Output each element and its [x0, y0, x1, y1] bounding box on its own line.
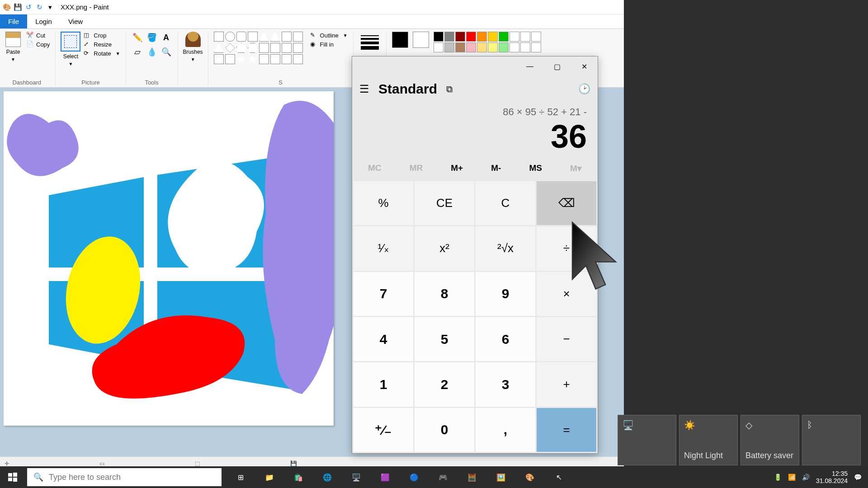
fill-tool-icon[interactable]: 🪣	[146, 32, 158, 43]
key-c[interactable]: C	[476, 181, 535, 225]
key-5[interactable]: 5	[415, 317, 474, 361]
taskbar-clock[interactable]: 12:35 31.08.2024	[816, 470, 848, 484]
tile-nightlight[interactable]: ☀️Night Light	[679, 415, 738, 465]
edge-icon[interactable]: 🌐	[313, 466, 342, 488]
outline-label: Outline	[320, 32, 339, 39]
magnifier-tool-icon[interactable]: 🔍	[160, 46, 172, 58]
cut-button[interactable]: ✂️Cut	[26, 32, 50, 39]
photos-icon[interactable]: 🖼️	[486, 466, 515, 488]
tile-battery-saver[interactable]: ◇Battery saver	[741, 415, 799, 465]
taskbar: 🔍 Type here to search ⊞ 📁 🛍️ 🌐 🖥️ 🟪 🔵 🎮 …	[0, 466, 868, 488]
menu-login[interactable]: Login	[27, 14, 60, 28]
store-icon[interactable]: 🛍️	[284, 466, 313, 488]
quick-redo-icon[interactable]: ↻	[35, 3, 43, 11]
mem-ms[interactable]: MS	[529, 163, 542, 174]
rotate-button[interactable]: ⟳Rotate▼	[84, 50, 120, 57]
shape-fill-button[interactable]: ◉Fill in	[310, 41, 348, 48]
key-reciprocal[interactable]: ¹⁄ₓ	[354, 226, 413, 270]
text-tool-icon[interactable]: A	[160, 32, 172, 43]
key-sign[interactable]: ⁺⁄₋	[354, 408, 413, 452]
paint-menubar: File Login View	[0, 14, 624, 29]
battery-tray-icon[interactable]: 🔋	[774, 474, 782, 481]
color-palette[interactable]	[434, 32, 541, 52]
cursor-app-icon[interactable]: ↖	[544, 466, 573, 488]
key-percent[interactable]: %	[354, 181, 413, 225]
paint-window-title: XXX.png - Paint	[61, 3, 109, 11]
quick-undo-icon[interactable]: ↺	[24, 3, 33, 11]
eraser-tool-icon[interactable]: ▱	[132, 46, 143, 58]
start-button[interactable]	[0, 466, 25, 488]
quick-save-icon[interactable]: 💾	[14, 3, 22, 11]
notifications-tray-icon[interactable]: 💬	[854, 474, 862, 481]
paste-button[interactable]: Paste ▼	[4, 32, 23, 62]
key-2[interactable]: 2	[415, 362, 474, 406]
key-decimal[interactable]: ,	[476, 408, 535, 452]
paint-canvas[interactable]	[4, 91, 334, 426]
picker-tool-icon[interactable]: 💧	[146, 46, 158, 58]
key-0[interactable]: 0	[415, 408, 474, 452]
brushes-dropdown-icon[interactable]: ▼	[191, 57, 195, 62]
calculator-taskbar-icon[interactable]: 🧮	[458, 466, 486, 488]
key-plus[interactable]: +	[537, 362, 596, 406]
tile-bluetooth[interactable]: ᛒ	[802, 415, 861, 465]
key-minus[interactable]: −	[537, 317, 596, 361]
mem-mc[interactable]: MC	[368, 163, 382, 174]
svg-rect-8	[13, 478, 17, 482]
resize-button[interactable]: ⤢Resize	[84, 41, 120, 48]
wifi-tray-icon[interactable]: 📶	[788, 474, 796, 481]
select-button[interactable]: Select ▼	[61, 32, 80, 66]
key-divide[interactable]: ÷	[537, 226, 596, 270]
color2-button[interactable]	[413, 32, 429, 48]
xbox-icon[interactable]: 🎮	[429, 466, 458, 488]
size-button[interactable]	[359, 32, 381, 53]
calc-titlebar: — ▢ ✕	[352, 56, 598, 76]
paste-dropdown-icon[interactable]: ▼	[11, 57, 15, 62]
mem-mlist[interactable]: M▾	[570, 163, 582, 174]
calc-ontop-icon[interactable]: ⧉	[446, 84, 453, 94]
paint-taskbar-icon[interactable]: 🎨	[515, 466, 544, 488]
key-9[interactable]: 9	[476, 272, 535, 316]
tile-project[interactable]: 🖥️	[618, 415, 676, 465]
mem-mminus[interactable]: M-	[491, 163, 501, 174]
taskview-icon[interactable]: ⊞	[226, 466, 255, 488]
shapes-gallery[interactable]	[214, 32, 303, 64]
monitor-icon[interactable]: 🖥️	[342, 466, 371, 488]
key-8[interactable]: 8	[415, 272, 474, 316]
clipboard-group-label: Dashboard	[12, 79, 41, 86]
quick-customize-icon[interactable]: ▾	[46, 3, 54, 11]
pencil-tool-icon[interactable]: ✏️	[132, 32, 143, 43]
key-1[interactable]: 1	[354, 362, 413, 406]
taskbar-search[interactable]: 🔍 Type here to search	[27, 468, 222, 486]
chrome-icon[interactable]: 🔵	[400, 466, 429, 488]
calc-memory-row: MC MR M+ M- MS M▾	[352, 160, 598, 180]
media-icon[interactable]: 🟪	[371, 466, 400, 488]
calc-minimize-button[interactable]: —	[516, 56, 543, 76]
menu-file[interactable]: File	[0, 14, 27, 28]
copy-button[interactable]: 📄Copy	[26, 41, 50, 48]
key-3[interactable]: 3	[476, 362, 535, 406]
key-equals[interactable]: =	[537, 408, 596, 452]
calc-maximize-button[interactable]: ▢	[543, 56, 571, 76]
crop-button[interactable]: ◫Crop	[84, 32, 120, 39]
volume-tray-icon[interactable]: 🔊	[802, 474, 810, 481]
key-6[interactable]: 6	[476, 317, 535, 361]
shape-outline-button[interactable]: ✎Outline▼	[310, 32, 348, 39]
key-7[interactable]: 7	[354, 272, 413, 316]
menu-view[interactable]: View	[60, 14, 91, 28]
calc-close-button[interactable]: ✕	[571, 56, 598, 76]
explorer-icon[interactable]: 📁	[255, 466, 284, 488]
select-dropdown-icon[interactable]: ▼	[68, 61, 73, 66]
mem-mr[interactable]: MR	[410, 163, 423, 174]
key-backspace[interactable]: ⌫	[537, 181, 596, 225]
brushes-button[interactable]: Brushes ▼	[184, 32, 203, 62]
key-multiply[interactable]: ×	[537, 272, 596, 316]
calc-menu-icon[interactable]: ☰	[359, 83, 369, 95]
mem-mplus[interactable]: M+	[451, 163, 463, 174]
color1-button[interactable]	[392, 32, 408, 48]
rotate-label: Rotate	[94, 50, 111, 57]
key-4[interactable]: 4	[354, 317, 413, 361]
calc-history-icon[interactable]: 🕑	[578, 83, 590, 95]
key-ce[interactable]: CE	[415, 181, 474, 225]
key-square[interactable]: x²	[415, 226, 474, 270]
key-sqrt[interactable]: ²√x	[476, 226, 535, 270]
